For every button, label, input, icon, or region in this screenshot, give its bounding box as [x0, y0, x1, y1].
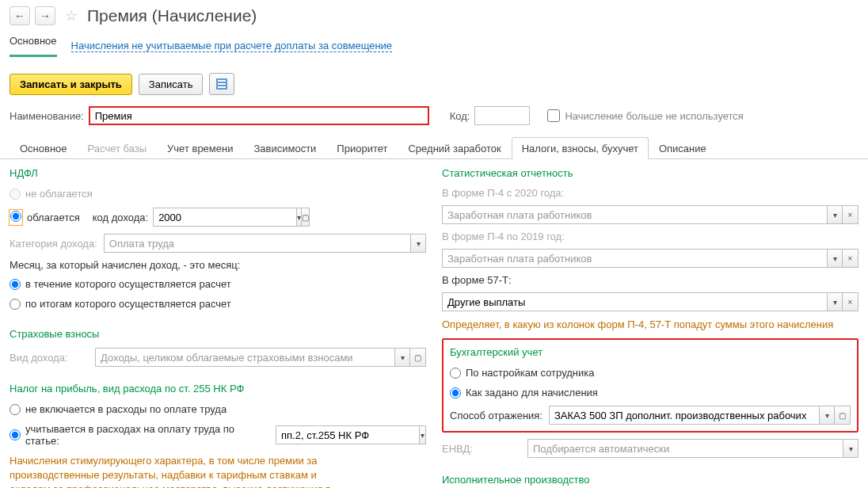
- exec-title: Исполнительное производство: [442, 474, 858, 486]
- stat-57t-label: В форме 57-Т:: [442, 274, 858, 286]
- obsolete-checkbox-label[interactable]: Начисление больше не используется: [547, 109, 743, 122]
- open-icon[interactable]: ▢: [302, 208, 310, 227]
- profit-help-text: Начисления стимулирующего характера, в т…: [10, 454, 358, 488]
- tab-description[interactable]: Описание: [649, 137, 717, 159]
- profit-tax-title: Налог на прибыль, вид расхода по ст. 255…: [10, 383, 426, 395]
- acc-opt2-row[interactable]: Как задано для начисления: [450, 386, 851, 399]
- obsolete-checkbox[interactable]: [547, 109, 560, 122]
- favorite-star-icon[interactable]: ☆: [65, 7, 78, 25]
- month-opt1-radio[interactable]: [10, 279, 21, 290]
- envd-label: ЕНВД:: [442, 443, 521, 455]
- dropdown-icon[interactable]: ▾: [827, 249, 843, 268]
- tab-avg-earn[interactable]: Средний заработок: [398, 137, 511, 159]
- acc-method-label: Способ отражения:: [450, 410, 542, 421]
- code-label: Код:: [450, 110, 470, 122]
- insurance-label: Вид дохода:: [10, 352, 89, 364]
- tabs: Основное Расчет базы Учет времени Зависи…: [0, 136, 868, 159]
- accounting-box: Бухгалтерский учет По настройкам сотрудн…: [442, 338, 858, 433]
- list-button[interactable]: [209, 73, 234, 95]
- dropdown-icon[interactable]: ▾: [819, 406, 835, 425]
- ndfl-title: НДФЛ: [10, 167, 426, 179]
- stat-p4-2019-input: [442, 249, 827, 268]
- profit-opt1-row[interactable]: не включается в расходы по оплате труда: [10, 402, 426, 416]
- insurance-input: [95, 348, 394, 367]
- envd-input: [527, 439, 843, 458]
- accounting-title: Бухгалтерский учет: [450, 346, 851, 358]
- tab-time[interactable]: Учет времени: [157, 137, 243, 159]
- open-icon[interactable]: ▢: [410, 348, 426, 367]
- dropdown-icon[interactable]: ▾: [410, 234, 426, 253]
- ndfl-category-label: Категория дохода:: [10, 238, 97, 250]
- profit-opt1-radio[interactable]: [10, 404, 21, 415]
- insurance-title: Страховые взносы: [10, 328, 426, 340]
- dropdown-icon[interactable]: ▾: [827, 292, 843, 311]
- stat-help-text: Определяет, в какую из колонок форм П-4,…: [442, 318, 858, 332]
- profit-article-input[interactable]: [276, 425, 419, 444]
- open-icon[interactable]: ▢: [835, 406, 851, 425]
- stat-p4-2020-label: В форме П-4 с 2020 года:: [442, 187, 858, 199]
- month-opt2-row[interactable]: по итогам которого осуществляется расчет: [10, 297, 426, 311]
- name-label: Наименование:: [10, 110, 84, 122]
- tab-base-calc: Расчет базы: [78, 137, 158, 159]
- ndfl-not-taxed-radio: [10, 189, 21, 200]
- code-input[interactable]: [474, 106, 530, 125]
- profit-opt2-row: учитывается в расходах на оплату труда п…: [10, 422, 426, 448]
- stat-p4-2019-label: В форме П-4 по 2019 год:: [442, 231, 858, 242]
- ndfl-not-taxed-row[interactable]: не облагается: [10, 187, 426, 200]
- ndfl-taxed-row: облагается код дохода: ▾ ▢: [10, 207, 426, 227]
- tab-dependencies[interactable]: Зависимости: [243, 137, 326, 159]
- month-opt1-row[interactable]: в течение которого осуществляется расчет: [10, 277, 426, 291]
- ndfl-category-input: [104, 234, 410, 253]
- stat-p4-2020-input: [442, 205, 827, 224]
- acc-opt2-radio[interactable]: [450, 387, 461, 398]
- name-input[interactable]: [89, 106, 429, 125]
- clear-icon[interactable]: ×: [843, 292, 858, 311]
- save-close-button[interactable]: Записать и закрыть: [10, 74, 132, 95]
- dropdown-icon[interactable]: ▾: [394, 348, 410, 367]
- stat-title: Статистическая отчетность: [442, 167, 858, 179]
- dropdown-icon[interactable]: ▾: [843, 439, 858, 458]
- ndfl-income-code-input[interactable]: [153, 208, 296, 227]
- nav-back-button[interactable]: ←: [10, 6, 30, 25]
- link-main[interactable]: Основное: [10, 35, 57, 57]
- tab-basic[interactable]: Основное: [10, 137, 78, 159]
- stat-57t-input[interactable]: [442, 292, 827, 311]
- nav-forward-button[interactable]: →: [35, 6, 55, 25]
- clear-icon[interactable]: ×: [843, 249, 858, 268]
- ndfl-month-label: Месяц, за который начислен доход, - это …: [10, 259, 426, 271]
- clear-icon[interactable]: ×: [843, 205, 858, 224]
- tab-priority[interactable]: Приоритет: [326, 137, 398, 159]
- save-button[interactable]: Записать: [139, 74, 204, 95]
- dropdown-icon[interactable]: ▾: [296, 208, 302, 227]
- acc-method-input[interactable]: [549, 406, 819, 425]
- dropdown-icon[interactable]: ▾: [419, 425, 426, 444]
- acc-opt1-radio[interactable]: [450, 368, 461, 379]
- dropdown-icon[interactable]: ▾: [827, 205, 843, 224]
- page-title: Премия (Начисление): [87, 6, 257, 25]
- list-icon: [216, 78, 227, 90]
- acc-opt1-row[interactable]: По настройкам сотрудника: [450, 366, 851, 379]
- tab-taxes[interactable]: Налоги, взносы, бухучет: [512, 137, 649, 159]
- ndfl-taxed-radio[interactable]: [10, 211, 21, 222]
- link-not-counted[interactable]: Начисления не учитываемые при расчете до…: [71, 40, 393, 52]
- month-opt2-radio[interactable]: [10, 299, 21, 310]
- profit-opt2-radio[interactable]: [10, 429, 21, 440]
